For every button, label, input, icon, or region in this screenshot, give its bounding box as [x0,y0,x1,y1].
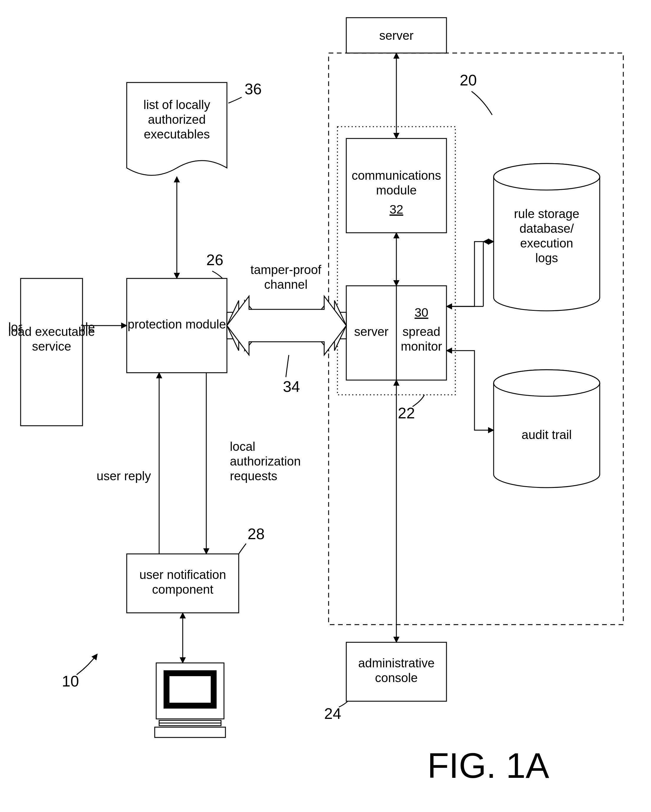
overlay: load executableservice [0,0,651,812]
